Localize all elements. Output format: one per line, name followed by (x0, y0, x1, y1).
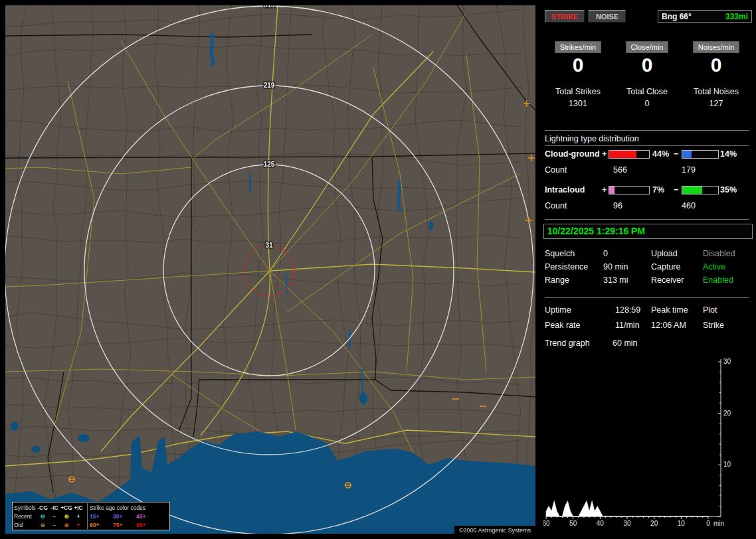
legend-col-neg-ic: -IC (48, 504, 60, 511)
cg-negative-count: 179 (682, 165, 696, 175)
capture-status: Active (703, 262, 725, 271)
cg-positive-pct: 44% (652, 149, 669, 159)
cg-negative-bar (682, 150, 719, 159)
svg-text:0: 0 (706, 520, 710, 527)
ring-label-125: 125 (264, 161, 275, 168)
legend-age-title: Strike age color codes (90, 503, 168, 512)
status-row: Range 313 mi Receiver Enabled (543, 275, 751, 286)
recent-pos-cg-icon: ⊕ (60, 513, 72, 520)
distribution-title: Lightning type distribution (545, 134, 639, 143)
divider (545, 297, 749, 298)
ring-label-31: 31 (265, 242, 272, 249)
strikes-per-min-label: Strikes/min (555, 41, 601, 53)
status-row: Squelch 0 Upload Disabled (543, 249, 751, 260)
noises-per-min-value: 0 (711, 54, 722, 76)
minus-sign: − (674, 185, 678, 194)
svg-text:10: 10 (723, 461, 731, 468)
old-neg-cg-icon: ⊖ (37, 522, 48, 528)
intracloud-label: Intracloud (545, 185, 585, 194)
legend-recent-label: Recent (14, 513, 37, 520)
peak-rate-value: 11/min (615, 321, 640, 330)
old-pos-cg-icon: ⊕ (60, 522, 72, 528)
copyright-notice: ©2005 Astrogenic Systems (454, 526, 535, 534)
ic-positive-bar-fill (609, 187, 614, 194)
recent-pos-ic-icon: + (72, 513, 84, 520)
noise-mode-button[interactable]: NOISE (589, 10, 626, 23)
cg-positive-count: 566 (613, 165, 627, 175)
total-strikes-label: Total Strikes (543, 87, 613, 96)
ic-negative-bar (682, 186, 719, 194)
total-close-label: Total Close (613, 87, 682, 96)
ic-positive-pct: 7% (652, 185, 664, 194)
minus-sign: − (674, 149, 678, 159)
cg-positive-bar-fill (609, 151, 636, 158)
trend-graph: 6050403020100min102030 (543, 354, 743, 539)
svg-text:20: 20 (650, 520, 658, 527)
count-label: Count (545, 201, 567, 210)
map-legend: Symbols -CG -IC +CG +IC Recent ⊖ − ⊕ + O… (12, 502, 170, 530)
age-75: 75+ (113, 522, 136, 528)
ic-positive-bar (609, 186, 650, 194)
rate-value-row: 0 0 0 (543, 54, 751, 76)
svg-text:30: 30 (623, 520, 631, 527)
total-close-value: 0 (613, 99, 682, 108)
old-pos-ic-icon: + (72, 522, 84, 528)
totals-value-row: 1301 0 127 (543, 99, 751, 108)
divider (545, 130, 749, 131)
svg-text:50: 50 (569, 520, 577, 527)
legend-col-pos-cg: +CG (60, 504, 72, 511)
svg-text:min: min (713, 520, 724, 527)
info-row: Uptime 128:59 Peak time Plot (543, 305, 751, 316)
bearing-range-value: 333mi (725, 12, 748, 21)
close-per-min-label: Close/min (626, 41, 669, 53)
legend-symbols-title: Symbols (14, 504, 37, 511)
trend-header-row: Trend graph 60 min (543, 339, 751, 349)
noises-per-min-label: Noises/min (693, 41, 739, 53)
total-strikes-value: 1301 (543, 99, 613, 108)
svg-text:60: 60 (543, 520, 550, 527)
svg-text:30: 30 (723, 358, 731, 365)
age-15: 15+ (90, 513, 113, 520)
legend-old-label: Old (14, 522, 37, 528)
count-label: Count (545, 165, 567, 175)
legend-col-neg-cg: -CG (37, 504, 48, 511)
total-noises-label: Total Noises (682, 87, 751, 96)
cg-positive-bar (609, 150, 650, 159)
range-label: Range (545, 275, 569, 285)
persistence-value: 90 min (603, 262, 628, 271)
ring-label-219: 219 (264, 82, 275, 89)
recent-neg-ic-icon: − (48, 513, 60, 520)
upload-label: Upload (651, 249, 678, 258)
status-panel: STRIKE NOISE Bng 66° 333mi Strikes/min C… (543, 0, 756, 539)
datetime-display: 10/22/2025 1:29:16 PM (543, 224, 753, 239)
divider (545, 145, 749, 146)
svg-text:10: 10 (678, 520, 686, 527)
peak-time-label: Peak time (651, 305, 688, 315)
old-neg-ic-icon: − (48, 522, 60, 528)
bearing-value: Bng 66° (662, 12, 692, 21)
lightning-map[interactable]: 313 219 125 31 Symbols -CG -IC +CG +IC R… (5, 5, 535, 534)
rate-chip-row: Strikes/min Close/min Noises/min (543, 41, 751, 53)
trend-graph-label: Trend graph (545, 339, 590, 348)
svg-text:40: 40 (597, 520, 605, 527)
close-per-min-value: 0 (642, 54, 653, 76)
strike-mode-button[interactable]: STRIKE (545, 10, 585, 23)
capture-label: Capture (651, 262, 680, 271)
ic-negative-pct: 35% (720, 185, 737, 194)
receiver-label: Receiver (651, 275, 684, 285)
info-row: Peak rate 11/min 12:06 AM Strike (543, 321, 751, 331)
trend-window-value: 60 min (613, 339, 638, 348)
plot-label: Plot (703, 305, 717, 315)
totals-label-row: Total Strikes Total Close Total Noises (543, 87, 751, 96)
ring-label-313: 313 (264, 5, 275, 9)
plus-sign: + (602, 185, 607, 194)
squelch-value: 0 (603, 249, 608, 258)
cloud-ground-label: Cloud-ground (545, 149, 600, 159)
ic-negative-bar-fill (682, 187, 702, 194)
age-30: 30+ (113, 513, 136, 520)
age-45: 45+ (136, 513, 159, 520)
plus-sign: + (602, 149, 607, 159)
age-60: 60+ (90, 522, 113, 528)
peak-time-value: 12:06 AM (651, 321, 686, 330)
cloud-ground-row: Cloud-ground + 44% − 14% (543, 149, 751, 160)
